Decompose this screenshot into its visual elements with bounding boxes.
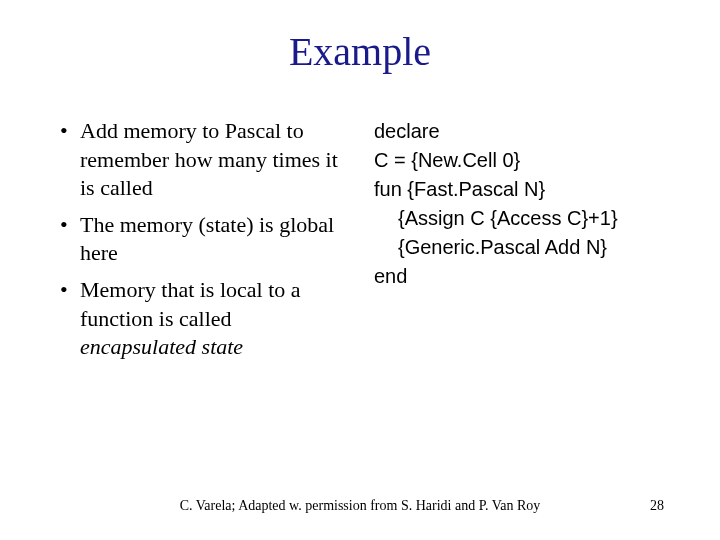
bullet-text: Memory that is local to a function is ca… [80,277,301,331]
bullet-text: Add memory to Pascal to remember how man… [80,118,338,200]
bullet-item: Add memory to Pascal to remember how man… [56,117,346,203]
footer: C. Varela; Adapted w. permission from S.… [0,498,720,514]
slide-title: Example [56,28,664,75]
slide: Example Add memory to Pascal to remember… [0,0,720,540]
left-column: Add memory to Pascal to remember how man… [56,117,346,370]
code-line: C = {New.Cell 0} [374,146,664,175]
code-line: {Generic.Pascal Add N} [374,233,664,262]
right-column: declare C = {New.Cell 0} fun {Fast.Pasca… [374,117,664,370]
bullet-italic: encapsulated state [80,334,243,359]
footer-page-number: 28 [650,498,664,514]
content-columns: Add memory to Pascal to remember how man… [56,117,664,370]
code-line: end [374,262,664,291]
footer-credit: C. Varela; Adapted w. permission from S.… [0,498,720,514]
bullet-item: Memory that is local to a function is ca… [56,276,346,362]
bullet-list: Add memory to Pascal to remember how man… [56,117,346,362]
code-line: {Assign C {Access C}+1} [374,204,664,233]
bullet-text: The memory (state) is global here [80,212,334,266]
code-line: declare [374,117,664,146]
bullet-item: The memory (state) is global here [56,211,346,268]
code-line: fun {Fast.Pascal N} [374,175,664,204]
